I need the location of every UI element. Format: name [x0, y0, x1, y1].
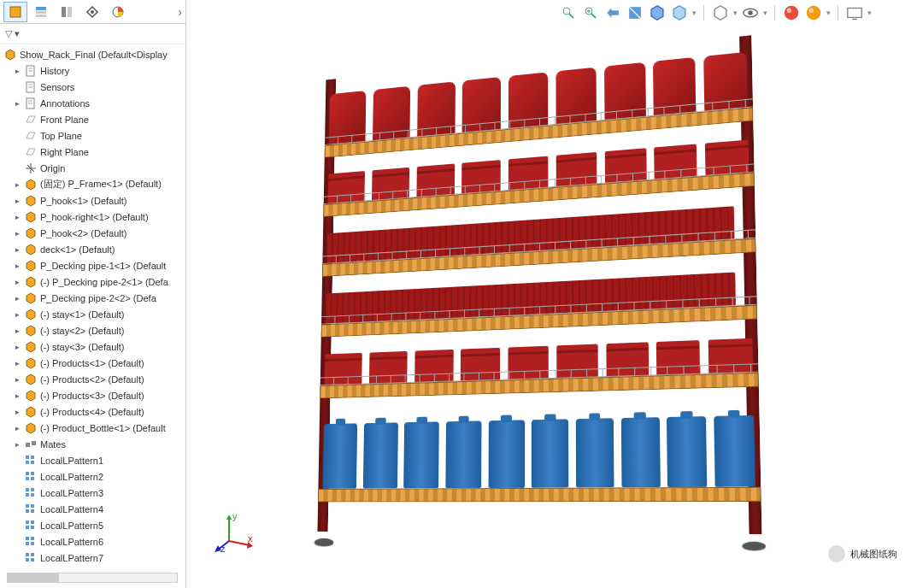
tab-feature-tree[interactable] — [3, 2, 27, 22]
tree-item[interactable]: ▸(-) stay<3> (Default) — [0, 338, 185, 355]
part-icon — [24, 259, 38, 273]
svg-rect-0 — [10, 7, 21, 17]
tree-item-label: P_hook<2> (Default) — [40, 228, 127, 238]
svg-marker-23 — [26, 212, 35, 222]
previous-view-icon[interactable] — [603, 3, 622, 22]
tree-item[interactable]: ▸P_Decking pipe-2<2> (Defa — [0, 290, 185, 306]
tree-item-label: (-) Product_Bottle<1> (Default — [40, 423, 166, 433]
origin-icon — [24, 162, 38, 175]
tree-item[interactable]: ▸(-) Products<3> (Default) — [0, 387, 185, 403]
tab-display-manager[interactable] — [106, 2, 130, 22]
view-orientation-icon[interactable] — [648, 3, 667, 22]
part-icon — [24, 291, 38, 305]
tree-root[interactable]: Show_Rack_Final (Default<Display — [0, 46, 185, 62]
mate-icon — [24, 438, 38, 451]
tree-item[interactable]: LocalLPattern7 — [0, 550, 185, 566]
svg-point-77 — [787, 9, 792, 14]
tree-item[interactable]: ▸Mates — [0, 436, 185, 452]
svg-rect-56 — [31, 520, 34, 524]
part-icon — [24, 389, 38, 403]
scene-icon[interactable] — [804, 3, 823, 22]
feature-tree: Show_Rack_Final (Default<Display ▸Histor… — [0, 44, 185, 588]
tree-item-label: LocalLPattern7 — [40, 553, 103, 563]
tree-item[interactable]: Right Plane — [0, 144, 185, 160]
tree-item[interactable]: ▸(-) Product_Bottle<1> (Default — [0, 420, 185, 436]
tree-item[interactable]: Origin — [0, 160, 185, 176]
tree-item[interactable]: Front Plane — [0, 111, 185, 127]
part-icon — [24, 275, 38, 289]
svg-marker-36 — [26, 423, 35, 433]
tree-item[interactable]: Top Plane — [0, 127, 185, 144]
watermark-text: 机械图纸狗 — [850, 548, 897, 561]
tree-item-label: (-) P_Decking pipe-2<1> (Defa — [40, 277, 168, 287]
part-icon — [24, 243, 38, 256]
svg-marker-33 — [26, 374, 35, 385]
tree-item[interactable]: Sensors — [0, 79, 185, 95]
svg-point-78 — [807, 6, 821, 21]
pattern-icon — [24, 551, 38, 565]
tree-item-label: (-) stay<3> (Default) — [40, 342, 124, 352]
filter-icon[interactable]: ▽ ▾ — [5, 28, 20, 39]
tree-item[interactable]: ▸P_hook<1> (Default) — [0, 192, 185, 209]
tree-item[interactable]: ▸deck<1> (Default) — [0, 241, 185, 257]
tree-item[interactable]: ▸(-) P_Decking pipe-2<1> (Defa — [0, 273, 185, 290]
tree-item[interactable]: ▸P_Decking pipe-1<1> (Default — [0, 257, 185, 273]
paper-icon — [24, 97, 38, 110]
tree-item-label: LocalLPattern2 — [40, 472, 103, 482]
svg-point-67 — [563, 8, 570, 15]
tree-item[interactable]: ▸(-) stay<2> (Default) — [0, 322, 185, 338]
render-icon[interactable] — [845, 3, 864, 22]
feature-manager-panel: › ▽ ▾ Show_Rack_Final (Default<Display ▸… — [0, 0, 186, 588]
tree-item[interactable]: ▸Annotations — [0, 95, 185, 111]
tree-item[interactable]: LocalLPattern6 — [0, 533, 185, 550]
section-view-icon[interactable] — [626, 3, 644, 22]
pattern-icon — [24, 486, 38, 500]
rack-model — [296, 32, 790, 534]
svg-rect-42 — [31, 461, 34, 464]
svg-rect-53 — [26, 509, 29, 513]
tree-item-label: Origin — [40, 163, 65, 173]
svg-rect-44 — [31, 472, 34, 475]
svg-rect-52 — [31, 504, 34, 508]
zoom-fit-icon[interactable] — [559, 3, 578, 22]
eye-icon[interactable] — [741, 3, 760, 22]
tree-item-label: (-) stay<2> (Default) — [40, 326, 124, 336]
viewport-3d[interactable]: ▾ ▾ ▾ ▾ ▾ — [186, 0, 923, 588]
tree-item[interactable]: LocalLPattern2 — [0, 468, 185, 485]
tree-item[interactable]: ▸(-) Products<4> (Default) — [0, 403, 185, 420]
tab-configuration-manager[interactable] — [55, 2, 79, 22]
tree-item[interactable]: LocalLPattern4 — [0, 501, 185, 517]
tree-item-label: LocalLPattern6 — [40, 537, 103, 547]
appearance-icon[interactable] — [782, 3, 801, 22]
hide-show-icon[interactable] — [711, 3, 730, 22]
tree-item[interactable]: ▸History — [0, 62, 185, 79]
tree-item-label: (-) Products<2> (Default) — [40, 374, 144, 385]
svg-rect-51 — [26, 504, 29, 508]
tab-property-manager[interactable] — [29, 2, 53, 22]
svg-marker-71 — [651, 6, 663, 21]
orientation-triad: y x z — [212, 511, 255, 554]
tree-item[interactable]: ▸P_hook-right<1> (Default) — [0, 209, 185, 225]
tree-item[interactable]: ▸(-) stay<1> (Default) — [0, 306, 185, 322]
panel-chevron-icon[interactable]: › — [178, 5, 182, 19]
svg-rect-65 — [26, 558, 29, 562]
svg-marker-34 — [26, 391, 35, 401]
tree-item[interactable]: ▸P_hook<2> (Default) — [0, 225, 185, 241]
tree-item[interactable]: ▸(固定) P_Frame<1> (Default) — [0, 176, 185, 192]
svg-marker-31 — [26, 342, 35, 352]
tree-item[interactable]: ▸(-) Products<2> (Default) — [0, 371, 185, 387]
plane-icon — [24, 129, 38, 143]
tree-item[interactable]: ▸(-) Products<1> (Default) — [0, 355, 185, 371]
zoom-area-icon[interactable] — [581, 3, 600, 22]
svg-marker-35 — [26, 407, 35, 417]
tree-item[interactable]: LocalLPattern3 — [0, 485, 185, 501]
tree-item[interactable]: LocalLPattern5 — [0, 517, 185, 533]
svg-rect-66 — [31, 558, 34, 562]
horizontal-scrollbar[interactable] — [7, 573, 178, 583]
tree-item[interactable]: LocalLPattern1 — [0, 452, 185, 468]
svg-rect-38 — [32, 441, 36, 445]
svg-marker-25 — [26, 244, 35, 255]
tab-dimxpert-manager[interactable] — [80, 2, 104, 22]
display-style-icon[interactable] — [670, 3, 689, 22]
svg-rect-41 — [26, 461, 29, 464]
